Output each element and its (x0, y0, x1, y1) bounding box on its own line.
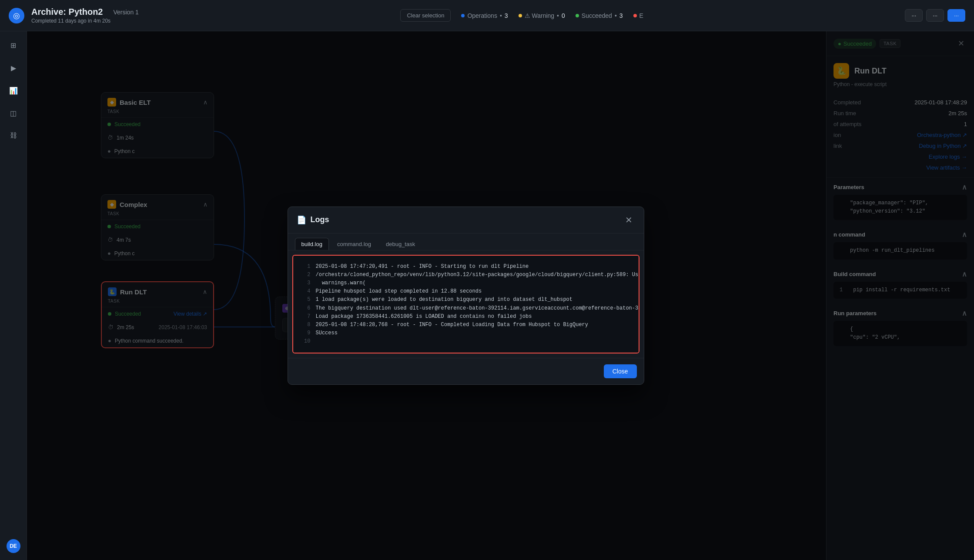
topbar-action-3[interactable]: ··· (947, 9, 965, 22)
app-logo: ◎ (9, 8, 24, 23)
log-content-7: Load package 1736358441.6261005 is LOADE… (316, 313, 532, 321)
log-linenum-10: 10 (300, 337, 311, 346)
stat-succeeded[interactable]: Succeeded • 3 (576, 12, 623, 19)
main-canvas: ◆ Basic ELT ∧ TASK Succeeded ⏱ 1m 24s ● … (27, 31, 974, 560)
log-content-8: 2025-01-08 17:48:28,768 - root - INFO - … (316, 321, 589, 329)
topbar-stats: Clear selection Operations • 3 ⚠ Warning… (139, 9, 905, 22)
left-sidebar: ⊞ ▶ 📊 ◫ ⛓ DE (0, 31, 27, 560)
tab-debug-task[interactable]: debug_task (379, 238, 422, 250)
topbar-title-area: Archive: Python2 Version 1 Completed 11 … (31, 7, 139, 24)
modal-title: 📄 Logs (297, 215, 329, 225)
app-subtitle: Completed 11 days ago in 4m 20s (31, 18, 139, 24)
topbar-action-1[interactable]: ··· (905, 9, 923, 22)
app-version: Version 1 (113, 9, 138, 16)
topbar-action-2[interactable]: ··· (926, 9, 944, 22)
warning-dot (519, 14, 522, 17)
log-modal: 📄 Logs ✕ build.log command.log debug_tas… (288, 207, 644, 385)
log-line-8: 82025-01-08 17:48:28,768 - root - INFO -… (300, 321, 632, 329)
log-modal-overlay[interactable]: 📄 Logs ✕ build.log command.log debug_tas… (27, 31, 974, 560)
log-line-9: 9SUccess (300, 329, 632, 337)
tab-build-log[interactable]: build.log (295, 238, 329, 250)
error-label: E (639, 12, 643, 19)
stat-warning[interactable]: ⚠ Warning • 0 (519, 12, 565, 19)
stat-error[interactable]: E (633, 12, 643, 19)
sidebar-icon-grid[interactable]: ⊞ (7, 38, 20, 52)
log-content-3: warnings.warn( (316, 279, 366, 287)
log-line-2: 2/orchestra/cloned_python_repo/venv/lib/… (300, 271, 632, 279)
modal-tabs: build.log command.log debug_task (288, 233, 644, 250)
topbar: ◎ Archive: Python2 Version 1 Completed 1… (0, 0, 974, 31)
log-linenum-1: 1 (300, 263, 311, 271)
error-dot (633, 14, 637, 17)
sidebar-icon-play[interactable]: ▶ (7, 61, 20, 75)
log-line-4: 4Pipeline hubspot load step completed in… (300, 287, 632, 296)
modal-content: 12025-01-08 17:47:20,491 - root - INFO -… (288, 255, 644, 354)
log-content-1: 2025-01-08 17:47:20,491 - root - INFO - … (316, 263, 529, 271)
log-linenum-9: 9 (300, 329, 311, 337)
sidebar-icon-chart[interactable]: 📊 (7, 83, 20, 97)
log-content-6: The bigquery destination used dlt-user@r… (316, 304, 639, 313)
log-linenum-6: 6 (300, 304, 311, 313)
log-area[interactable]: 12025-01-08 17:47:20,491 - root - INFO -… (292, 255, 639, 354)
modal-title-text: Logs (311, 215, 329, 224)
succeeded-label: Succeeded (582, 12, 612, 19)
close-modal-button[interactable]: Close (604, 364, 637, 378)
modal-close-button[interactable]: ✕ (623, 214, 635, 226)
log-line-5: 51 load package(s) were loaded to destin… (300, 296, 632, 304)
topbar-actions: ··· ··· ··· (905, 9, 965, 22)
log-line-1: 12025-01-08 17:47:20,491 - root - INFO -… (300, 263, 632, 271)
logs-icon: 📄 (297, 215, 306, 225)
log-linenum-3: 3 (300, 279, 311, 287)
sidebar-icon-link[interactable]: ⛓ (7, 129, 20, 143)
log-line-7: 7Load package 1736358441.6261005 is LOAD… (300, 313, 632, 321)
sidebar-icon-layout[interactable]: ◫ (7, 106, 20, 120)
log-content-4: Pipeline hubspot load step completed in … (316, 287, 482, 296)
succeeded-dot (576, 14, 579, 17)
log-line-3: 3 warnings.warn( (300, 279, 632, 287)
log-line-6: 6The bigquery destination used dlt-user@… (300, 304, 632, 313)
warning-count: 0 (562, 12, 565, 19)
log-linenum-8: 8 (300, 321, 311, 329)
log-content-2: /orchestra/cloned_python_repo/venv/lib/p… (316, 271, 639, 279)
stat-operations[interactable]: Operations • 3 (461, 12, 508, 19)
warning-label: ⚠ Warning (525, 12, 555, 19)
log-linenum-5: 5 (300, 296, 311, 304)
log-linenum-7: 7 (300, 313, 311, 321)
tab-command-log[interactable]: command.log (331, 238, 378, 250)
succeeded-count: 3 (619, 12, 623, 19)
user-avatar[interactable]: DE (7, 539, 20, 553)
log-linenum-4: 4 (300, 287, 311, 296)
log-linenum-2: 2 (300, 271, 311, 279)
clear-selection-button[interactable]: Clear selection (400, 9, 451, 22)
log-line-10: 10 (300, 337, 632, 346)
modal-footer: Close (288, 358, 644, 384)
operations-label: Operations (467, 12, 497, 19)
operations-dot (461, 14, 465, 17)
modal-header: 📄 Logs ✕ (288, 207, 644, 233)
operations-count: 3 (505, 12, 508, 19)
log-content-5: 1 load package(s) were loaded to destina… (316, 296, 573, 304)
log-content-9: SUccess (316, 329, 338, 337)
app-title: Archive: Python2 (31, 7, 103, 17)
